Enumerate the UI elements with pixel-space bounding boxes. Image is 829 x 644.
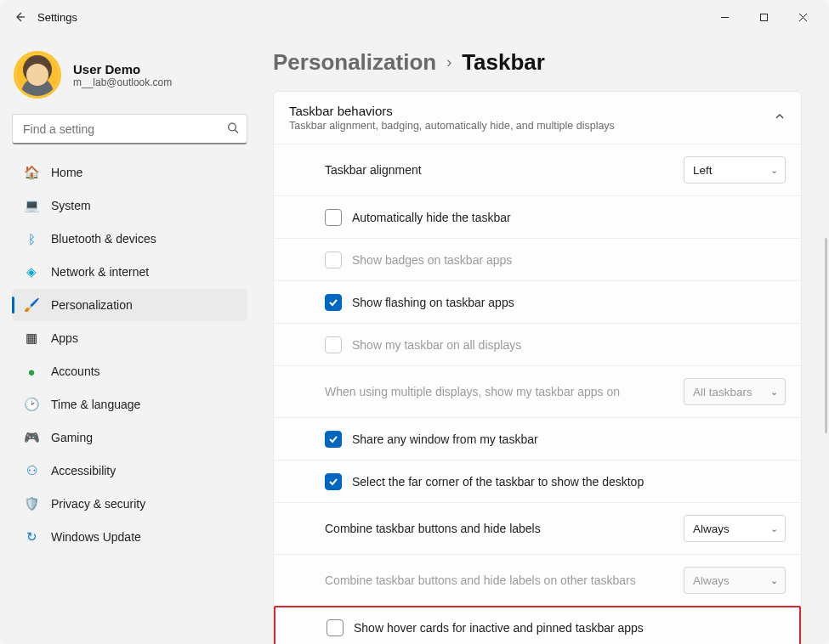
- person-icon: ●: [24, 364, 39, 379]
- flashing-checkbox[interactable]: [325, 294, 342, 311]
- sidebar-item-time[interactable]: 🕑Time & language: [12, 388, 247, 421]
- avatar: [14, 51, 61, 99]
- row-alldisplays: Show my taskbar on all displays: [274, 323, 801, 365]
- row-label: Show my taskbar on all displays: [352, 338, 786, 352]
- chevron-down-icon: ⌄: [770, 387, 778, 398]
- sidebar-item-label: Apps: [51, 331, 78, 345]
- row-autohide: Automatically hide the taskbar: [274, 195, 801, 238]
- sidebar-item-accessibility[interactable]: ⚇Accessibility: [12, 455, 247, 487]
- row-label: Combine taskbar buttons and hide labels …: [325, 573, 673, 587]
- content-area: Personalization › Taskbar Taskbar behavi…: [259, 34, 829, 644]
- sidebar-item-label: Personalization: [51, 298, 133, 312]
- row-hovercards: Show hover cards for inactive and pinned…: [274, 606, 801, 644]
- settings-window: Settings User Demo m__lab@outlook.com 🏠H…: [0, 0, 829, 644]
- sidebar-item-bluetooth[interactable]: ᛒBluetooth & devices: [12, 223, 247, 255]
- window-controls: [705, 3, 822, 31]
- search-input[interactable]: [12, 114, 247, 144]
- user-email: m__lab@outlook.com: [73, 76, 172, 88]
- gamepad-icon: 🎮: [24, 430, 39, 445]
- alldisplays-checkbox: [325, 336, 342, 353]
- sidebar-item-label: Home: [51, 166, 82, 179]
- row-label: Share any window from my taskbar: [352, 432, 786, 446]
- settings-rows: Taskbar alignment Left⌄ Automatically hi…: [274, 144, 801, 644]
- accessibility-icon: ⚇: [24, 463, 39, 478]
- sidebar-item-label: Bluetooth & devices: [51, 232, 156, 246]
- sidebar-item-label: Windows Update: [51, 530, 141, 544]
- update-icon: ↻: [24, 529, 39, 545]
- close-icon: [798, 13, 808, 22]
- sidebar-item-label: System: [51, 199, 91, 212]
- row-farcorner: Select the far corner of the taskbar to …: [274, 460, 801, 502]
- sidebar-item-update[interactable]: ↻Windows Update: [12, 521, 247, 553]
- wifi-icon: ◈: [24, 264, 39, 280]
- row-combine-other: Combine taskbar buttons and hide labels …: [274, 554, 801, 606]
- sidebar-item-privacy[interactable]: 🛡️Privacy & security: [12, 488, 247, 520]
- sidebar-item-system[interactable]: 💻System: [12, 189, 247, 222]
- card-subtitle: Taskbar alignment, badging, automaticall…: [289, 120, 615, 132]
- hovercards-checkbox[interactable]: [326, 619, 344, 636]
- row-label: Show hover cards for inactive and pinned…: [354, 621, 784, 635]
- chevron-right-icon: ›: [446, 54, 451, 71]
- sidebar-item-label: Accessibility: [51, 464, 116, 477]
- chevron-up-icon: [774, 110, 786, 126]
- sharewindow-checkbox[interactable]: [325, 431, 342, 448]
- row-label: Taskbar alignment: [325, 163, 673, 177]
- row-sharewindow: Share any window from my taskbar: [274, 417, 801, 460]
- card-header[interactable]: Taskbar behaviors Taskbar alignment, bad…: [274, 92, 801, 144]
- back-button[interactable]: [7, 4, 32, 30]
- row-combine: Combine taskbar buttons and hide labels …: [274, 502, 801, 554]
- alignment-select[interactable]: Left⌄: [684, 156, 786, 184]
- arrow-left-icon: [13, 10, 26, 24]
- row-label: Show flashing on taskbar apps: [352, 296, 786, 309]
- badges-checkbox: [325, 251, 342, 268]
- apps-icon: ▦: [24, 330, 39, 346]
- sidebar: User Demo m__lab@outlook.com 🏠Home 💻Syst…: [0, 34, 259, 644]
- system-icon: 💻: [24, 198, 39, 213]
- window-title: Settings: [37, 11, 77, 24]
- chevron-down-icon: ⌄: [770, 523, 778, 534]
- combine-select[interactable]: Always⌄: [684, 515, 786, 542]
- sidebar-item-network[interactable]: ◈Network & internet: [12, 256, 247, 288]
- close-button[interactable]: [783, 3, 822, 31]
- page-title: Taskbar: [462, 49, 545, 76]
- row-label: Select the far corner of the taskbar to …: [352, 475, 786, 489]
- sidebar-item-gaming[interactable]: 🎮Gaming: [12, 421, 247, 454]
- sidebar-item-label: Gaming: [51, 431, 93, 444]
- row-label: Show badges on taskbar apps: [352, 253, 786, 267]
- chevron-down-icon: ⌄: [770, 575, 778, 586]
- user-name: User Demo: [73, 62, 172, 76]
- sidebar-item-label: Network & internet: [51, 265, 149, 279]
- sidebar-item-personalization[interactable]: 🖌️Personalization: [12, 289, 247, 321]
- autohide-checkbox[interactable]: [325, 209, 342, 226]
- breadcrumb-parent[interactable]: Personalization: [273, 49, 436, 76]
- breadcrumb: Personalization › Taskbar: [273, 49, 802, 76]
- scrollbar-thumb[interactable]: [825, 238, 827, 433]
- home-icon: 🏠: [24, 165, 39, 180]
- search-icon: [227, 122, 239, 137]
- sidebar-item-home[interactable]: 🏠Home: [12, 156, 247, 189]
- brush-icon: 🖌️: [24, 297, 39, 313]
- maximize-button[interactable]: [744, 3, 783, 31]
- search-container: [12, 114, 247, 144]
- maximize-icon: [759, 13, 769, 22]
- sidebar-item-apps[interactable]: ▦Apps: [12, 322, 247, 354]
- clock-icon: 🕑: [24, 397, 39, 412]
- svg-rect-0: [760, 14, 767, 20]
- row-flashing: Show flashing on taskbar apps: [274, 280, 801, 323]
- row-badges: Show badges on taskbar apps: [274, 238, 801, 280]
- svg-point-1: [229, 123, 236, 131]
- nav-list: 🏠Home 💻System ᛒBluetooth & devices ◈Netw…: [12, 156, 247, 553]
- row-label: When using multiple displays, show my ta…: [325, 385, 673, 398]
- minimize-button[interactable]: [705, 3, 744, 31]
- combine-other-select: Always⌄: [684, 567, 786, 594]
- multidisplay-select: All taskbars⌄: [684, 378, 786, 405]
- shield-icon: 🛡️: [24, 496, 39, 511]
- row-alignment: Taskbar alignment Left⌄: [274, 144, 801, 195]
- titlebar: Settings: [0, 0, 829, 34]
- sidebar-item-label: Accounts: [51, 364, 100, 378]
- farcorner-checkbox[interactable]: [325, 473, 342, 490]
- user-account-row[interactable]: User Demo m__lab@outlook.com: [12, 46, 247, 114]
- sidebar-item-accounts[interactable]: ●Accounts: [12, 355, 247, 387]
- chevron-down-icon: ⌄: [770, 165, 778, 176]
- sidebar-item-label: Privacy & security: [51, 497, 145, 511]
